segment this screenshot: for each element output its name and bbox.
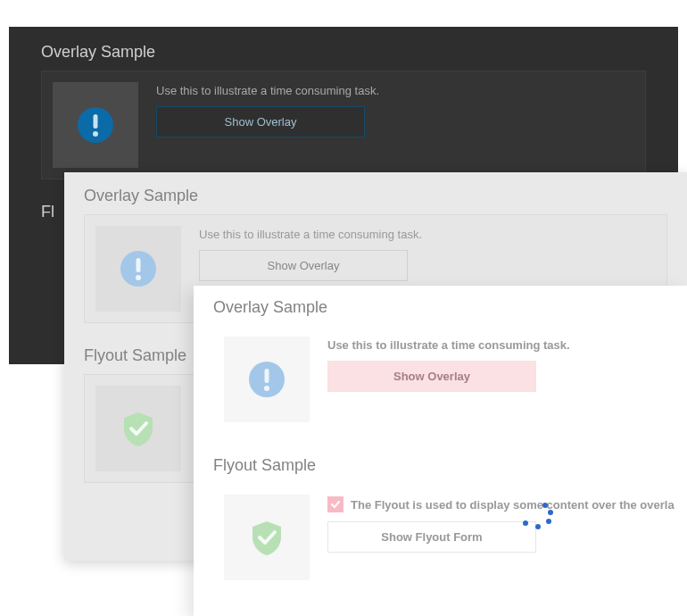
flyout-icon-tile xyxy=(95,386,181,471)
overlay-content: Use this to illustrate a time consuming … xyxy=(327,337,657,422)
overlay-section-title: Overlay Sample xyxy=(41,43,646,62)
flyout-content: The Flyout is used to display some conte… xyxy=(327,495,675,580)
theme-layer-white: Overlay Sample Use this to illustrate a … xyxy=(194,286,687,616)
overlay-desc: Use this to illustrate a time consuming … xyxy=(156,84,634,97)
show-flyout-form-button[interactable]: Show Flyout Form xyxy=(327,521,536,553)
exclamation-circle-icon xyxy=(247,360,286,399)
svg-rect-7 xyxy=(265,369,269,383)
flyout-section-title: Flyout Sample xyxy=(213,456,667,475)
check-icon xyxy=(330,499,341,510)
overlay-card: Use this to illustrate a time consuming … xyxy=(213,326,667,433)
svg-point-8 xyxy=(264,386,269,391)
show-overlay-button[interactable]: Show Overlay xyxy=(156,106,365,137)
overlay-section-title: Overlay Sample xyxy=(84,187,667,205)
overlay-icon-tile xyxy=(224,337,310,422)
svg-rect-1 xyxy=(94,114,98,129)
overlay-content: Use this to illustrate a time consuming … xyxy=(156,82,634,168)
flyout-checkbox[interactable] xyxy=(327,496,344,512)
exclamation-circle-icon xyxy=(119,249,158,288)
exclamation-circle-icon xyxy=(76,105,115,145)
overlay-desc: Use this to illustrate a time consuming … xyxy=(199,228,656,241)
shield-check-icon xyxy=(247,518,286,557)
overlay-card: Use this to illustrate a time consuming … xyxy=(41,71,646,179)
show-overlay-button[interactable]: Show Overlay xyxy=(327,361,536,392)
overlay-desc: Use this to illustrate a time consuming … xyxy=(327,338,657,352)
shield-check-icon xyxy=(119,409,158,448)
svg-rect-4 xyxy=(137,258,141,272)
flyout-check-label: The Flyout is used to display some conte… xyxy=(351,498,675,512)
flyout-check-row: The Flyout is used to display some conte… xyxy=(327,496,675,512)
show-overlay-button[interactable]: Show Overlay xyxy=(199,250,408,281)
loading-spinner-icon xyxy=(514,495,559,540)
svg-point-2 xyxy=(93,131,98,137)
flyout-card: The Flyout is used to display some conte… xyxy=(213,484,667,591)
flyout-icon-tile xyxy=(224,495,310,580)
overlay-icon-tile xyxy=(53,82,138,168)
overlay-section-title: Overlay Sample xyxy=(213,298,667,317)
overlay-icon-tile xyxy=(95,226,181,312)
svg-point-5 xyxy=(136,275,141,280)
